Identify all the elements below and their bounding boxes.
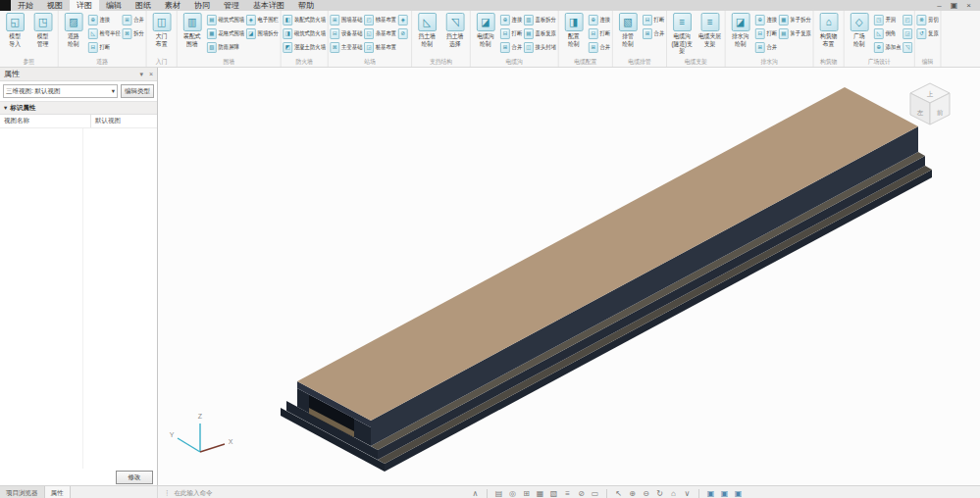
structure-place-button[interactable]: ⌂ 构筑物 布置 [815,13,842,47]
panel-close-icon[interactable]: × [149,71,153,77]
identity-properties-section[interactable]: ▾ 标识属性 [0,102,157,115]
road-break-button[interactable]: ⊟ 打断 [88,41,121,54]
equipment-foundation-button[interactable]: ⊟ 设备基础 [330,27,362,40]
pad-foundation-button[interactable]: ◰ 独基布置 [364,14,396,26]
duct-merge-button[interactable]: ⊞ 合并 [643,27,664,40]
window-cascade-icon[interactable]: ▣ [719,487,730,498]
tab-project-browser[interactable]: 项目浏览器 [0,486,45,498]
panel-collapse-icon[interactable]: ▾ [139,71,143,78]
plaza-tool-3-button[interactable]: ◹ [903,41,912,54]
duct-break-button[interactable]: ⊟ 打断 [643,14,664,26]
plaza-tool-1-button[interactable]: ◰ [903,14,912,26]
cover-split-button[interactable]: ▥ 盖板拆分 [524,14,556,26]
masonry-firewall-button[interactable]: ◨ 砌筑式防火墙 [283,27,326,40]
window-switch-icon[interactable]: ▣ [733,487,744,498]
config-break-button[interactable]: ⊟ 打断 [589,27,610,40]
drainage-merge-button[interactable]: ⊞ 合并 [755,41,777,54]
prefab-fence-button[interactable]: ▥ 装配式 围墙 [179,13,205,47]
electronic-fence-button[interactable]: ◈ 电子围栏 [246,14,279,26]
trench-merge-button[interactable]: ⊞ 合并 [500,41,522,54]
concrete-firewall-button[interactable]: ◩ 混凝土防火墙 [283,41,326,54]
property-value[interactable]: 默认视图 [91,115,157,127]
globe-icon[interactable]: ◎ [507,487,518,498]
chamfer-button[interactable]: ◺ 倒角 [874,27,902,40]
strip-foundation-button[interactable]: ◱ 条基布置 [364,27,396,40]
restore-icon[interactable]: ▣ [951,0,958,11]
tab-collaborate[interactable]: 协同 [187,0,217,11]
gate-place-button[interactable]: ◫ 大门 布置 [148,13,175,47]
model-manage-button[interactable]: ◳ 模型 管理 [29,13,56,47]
zoom-out-icon[interactable]: ⊖ [641,487,651,498]
apply-button[interactable]: 修改 [116,471,153,484]
tab-view[interactable]: 视图 [40,0,70,11]
tab-manage[interactable]: 管理 [217,0,246,11]
plaza-tool-2-button[interactable]: ◲ [903,27,912,40]
fence-split-button[interactable]: ◪ 围墙拆分 [246,27,279,40]
config-connect-button[interactable]: ⊕ 连接 [589,14,610,26]
trench-connect-button[interactable]: ⊕ 连接 [500,14,522,26]
tab-materials[interactable]: 素材 [158,0,187,11]
command-input[interactable]: ⋮ 在此输入命令 [158,489,342,498]
tab-help[interactable]: 帮助 [291,0,321,11]
tab-start[interactable]: 开始 [11,0,40,11]
sheet-icon[interactable]: ▤ [493,487,504,498]
grate-split-button[interactable]: ▦ 箅子拆分 [779,14,811,26]
transformer-foundation-button[interactable]: ⊠ 主变基础 [330,41,362,54]
pan-icon[interactable]: ⊕ [627,487,638,498]
cursor-icon[interactable]: ↖ [613,487,624,498]
cover-restore-button[interactable]: ▤ 盖板复原 [524,27,556,40]
drainage-connect-button[interactable]: ⊕ 连接 [755,14,777,26]
type-selector-dropdown[interactable]: 三维视图: 默认视图 ▾ [3,84,118,98]
grate-restore-button[interactable]: ▤ 箅子复原 [779,27,811,40]
tab-detail-active[interactable]: 详图 [70,0,99,11]
cable-trench-model[interactable] [281,87,932,472]
window-tile-icon[interactable]: ▣ [705,487,716,498]
close-icon[interactable]: × [966,0,971,11]
retaining-wall-select-button[interactable]: ◹ 挡土墙 选择 [441,13,468,47]
duct-draw-button[interactable]: ▧ 排管 绘制 [615,13,642,47]
tab-properties[interactable]: 属性 [45,486,71,498]
tab-basic-detail[interactable]: 基本详图 [246,0,291,11]
check-radius-button[interactable]: ◺ 检弯半径 [88,27,121,40]
expand-toolbar-icon[interactable]: ∧ [470,487,481,498]
config-merge-button[interactable]: ⊞ 合并 [589,41,610,54]
viewport-3d[interactable]: 上 左 前 Z Y X [158,68,980,485]
config-draw-button[interactable]: ◨ 配置 绘制 [560,13,587,47]
road-draw-button[interactable]: ▨ 道路 绘制 [60,13,86,47]
note-icon[interactable]: ▭ [590,487,600,498]
road-connect-button[interactable]: ⊕ 连接 [88,14,121,26]
app-menu-button[interactable] [0,0,11,11]
minimize-icon[interactable]: – [937,0,941,11]
tab-edit[interactable]: 编辑 [99,0,129,11]
eraser-icon[interactable]: ⊘ [576,487,587,498]
yard-tool-button[interactable]: ◈ [398,14,410,26]
model-import-button[interactable]: ◱ 模型 导入 [2,13,28,47]
joint-seal-button[interactable]: ◫ 接头封堵 [524,41,556,54]
plaza-draw-button[interactable]: ◇ 广场 绘制 [846,13,872,47]
grid-icon[interactable]: ⊞ [521,487,532,498]
opening-button[interactable]: ◳ 开洞 [874,14,902,26]
tab-sheets[interactable]: 图纸 [129,0,158,11]
rain-screen-button[interactable]: ▧ 防雨屏障 [207,41,244,54]
cut-button[interactable]: ⊗ 剪切 [917,14,939,26]
pile-foundation-button[interactable]: ◲ 桩基布置 [364,41,396,54]
trench-break-button[interactable]: ⊟ 打断 [500,27,522,40]
road-merge-button[interactable]: ⊞ 合并 [123,14,144,26]
dropdown-icon[interactable]: ∨ [682,487,693,498]
orbit-icon[interactable]: ↻ [654,487,665,498]
yard-delete-button[interactable]: ⊘ [398,27,410,40]
retaining-wall-draw-button[interactable]: ◺ 挡土墙 绘制 [414,13,440,47]
home-icon[interactable]: ⌂ [668,487,679,498]
cable-trench-draw-button[interactable]: ◪ 电缆沟 绘制 [472,13,498,47]
cable-layer-bracket-button[interactable]: ≡ 电缆夹层 支架 [696,13,723,47]
drainage-draw-button[interactable]: ◪ 排水沟 绘制 [727,13,753,47]
lattice-fence-button[interactable]: ▦ 花格式围墙 [207,27,244,40]
road-split-button[interactable]: ⊠ 拆分 [123,27,144,40]
edit-type-button[interactable]: 编辑类型 [121,84,154,98]
layers-icon[interactable]: ▦ [535,487,545,498]
masonry-fence-button[interactable]: ▤ 砌筑式围墙 [207,14,244,26]
add-point-button[interactable]: ⊕ 添加点 [874,41,902,54]
drainage-break-button[interactable]: ⊟ 打断 [755,27,777,40]
prefab-firewall-button[interactable]: ◧ 装配式防火墙 [283,14,326,26]
restore-button[interactable]: ↺ 复原 [917,27,939,40]
